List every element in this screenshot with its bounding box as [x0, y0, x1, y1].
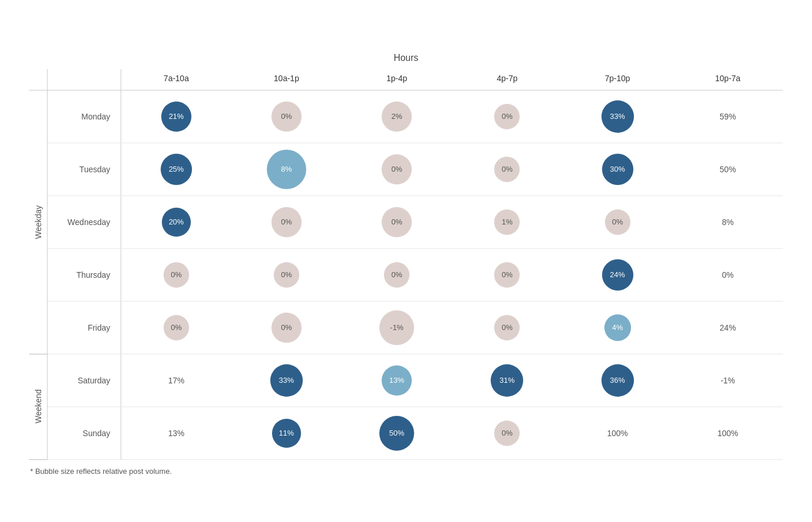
col-header-2: 1p-4p: [342, 69, 452, 90]
data-cell: 8%: [231, 143, 342, 195]
group-label-weekend: Weekend: [29, 354, 48, 459]
data-cell: 31%: [452, 354, 562, 407]
table-row: Thursday0%0%0%0%24%0%: [29, 248, 783, 301]
data-cell: 1%: [452, 195, 562, 248]
data-cell: -1%: [673, 354, 783, 407]
data-cell: 0%: [231, 195, 342, 248]
data-cell: -1%: [342, 301, 452, 354]
bubble: 0%: [494, 104, 520, 129]
data-cell: 36%: [562, 354, 672, 407]
bubble: 8%: [267, 150, 306, 189]
data-cell: 0%: [452, 90, 562, 143]
data-cell: 20%: [121, 195, 231, 248]
bubble: 0%: [274, 262, 299, 288]
bubble: 0%: [384, 262, 409, 288]
bubble: 20%: [162, 208, 191, 237]
data-cell: 0%: [231, 248, 342, 301]
data-cell: 11%: [231, 407, 342, 459]
table-row: WeekendSaturday17%33%13%31%36%-1%: [29, 354, 783, 407]
data-cell: 50%: [342, 407, 452, 459]
data-cell: 8%: [673, 195, 783, 248]
data-cell: 0%: [452, 248, 562, 301]
bubble: 11%: [272, 419, 301, 448]
data-cell: 33%: [231, 354, 342, 407]
bubble: 0%: [382, 154, 412, 184]
col-header-0: 7a-10a: [121, 69, 231, 90]
bubble: 0%: [605, 209, 630, 235]
data-cell: 0%: [231, 90, 342, 143]
day-col-header: [48, 69, 121, 90]
data-cell: 0%: [452, 407, 562, 459]
table-row: Sunday13%11%50%0%100%100%: [29, 407, 783, 459]
bubble: 33%: [601, 100, 634, 133]
data-cell: 50%: [673, 143, 783, 195]
chart-title: Hours: [29, 53, 783, 63]
col-header-4: 7p-10p: [562, 69, 672, 90]
data-cell: 0%: [121, 248, 231, 301]
data-cell: 0%: [452, 143, 562, 195]
data-cell: 2%: [342, 90, 452, 143]
group-col-header: [29, 69, 48, 90]
bubble: 25%: [161, 154, 192, 185]
bubble: 1%: [494, 209, 520, 235]
row-day-label: Saturday: [48, 354, 121, 407]
col-header-1: 10a-1p: [231, 69, 342, 90]
data-cell: 13%: [121, 407, 231, 459]
bubble: 0%: [164, 315, 189, 340]
data-cell: 24%: [562, 248, 672, 301]
group-label-weekday: Weekday: [29, 90, 48, 354]
footnote: * Bubble size reflects relative post vol…: [29, 467, 783, 476]
data-cell: 59%: [673, 90, 783, 143]
data-cell: 24%: [673, 301, 783, 354]
data-cell: 17%: [121, 354, 231, 407]
data-cell: 0%: [342, 195, 452, 248]
bubble: 0%: [494, 420, 520, 446]
bubble: 50%: [379, 416, 414, 451]
bubble: 0%: [494, 262, 520, 288]
row-day-label: Wednesday: [48, 195, 121, 248]
bubble: 0%: [382, 207, 412, 237]
data-cell: 0%: [342, 143, 452, 195]
row-day-label: Tuesday: [48, 143, 121, 195]
data-cell: 100%: [562, 407, 672, 459]
bubble: 0%: [271, 313, 302, 343]
data-cell: 4%: [562, 301, 672, 354]
bubble: 0%: [271, 207, 302, 237]
table-row: Wednesday20%0%0%1%0%8%: [29, 195, 783, 248]
bubble-chart-table: 7a-10a 10a-1p 1p-4p 4p-7p 7p-10p 10p-7a …: [29, 69, 783, 460]
bubble: -1%: [379, 310, 414, 345]
col-header-5: 10p-7a: [673, 69, 783, 90]
chart-container: Hours 7a-10a 10a-1p 1p-4p 4p-7p 7p-10p 1…: [17, 35, 795, 487]
bubble: 0%: [494, 157, 520, 182]
data-cell: 100%: [673, 407, 783, 459]
bubble: 36%: [601, 364, 634, 397]
data-cell: 30%: [562, 143, 672, 195]
data-cell: 0%: [231, 301, 342, 354]
bubble: 33%: [270, 364, 303, 397]
table-row: Friday0%0%-1%0%4%24%: [29, 301, 783, 354]
col-header-3: 4p-7p: [452, 69, 562, 90]
bubble: 2%: [382, 102, 412, 132]
data-cell: 25%: [121, 143, 231, 195]
table-row: WeekdayMonday21%0%2%0%33%59%: [29, 90, 783, 143]
data-cell: 0%: [452, 301, 562, 354]
bubble: 0%: [271, 102, 302, 132]
row-day-label: Sunday: [48, 407, 121, 459]
bubble: 30%: [602, 154, 633, 185]
table-row: Tuesday25%8%0%0%30%50%: [29, 143, 783, 195]
column-headers: 7a-10a 10a-1p 1p-4p 4p-7p 7p-10p 10p-7a: [29, 69, 783, 90]
data-cell: 0%: [673, 248, 783, 301]
data-cell: 0%: [342, 248, 452, 301]
data-cell: 0%: [121, 301, 231, 354]
row-day-label: Thursday: [48, 248, 121, 301]
data-cell: 0%: [562, 195, 672, 248]
bubble: 4%: [604, 314, 631, 341]
bubble: 31%: [491, 364, 523, 397]
bubble: 0%: [494, 315, 520, 340]
bubble: 24%: [602, 259, 633, 291]
data-cell: 21%: [121, 90, 231, 143]
bubble: 0%: [164, 262, 189, 288]
row-day-label: Monday: [48, 90, 121, 143]
bubble: 13%: [382, 365, 412, 396]
bubble: 21%: [161, 102, 191, 132]
